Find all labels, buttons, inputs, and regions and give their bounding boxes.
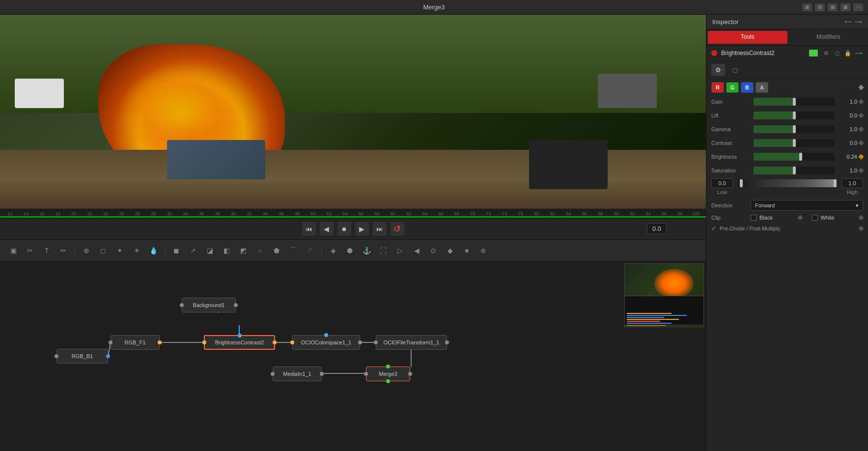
node-left-port[interactable] (202, 340, 206, 344)
more-options-icon[interactable]: ··· (853, 3, 863, 11)
inspector-settings-tab[interactable]: ⚙ (711, 64, 725, 76)
node-left-port[interactable] (55, 354, 58, 358)
node-right-port[interactable] (158, 340, 162, 344)
paint-tool[interactable]: ✦ (112, 243, 127, 258)
node-ocio-file-transform[interactable]: OCIOFileTransform1_1 (376, 335, 447, 350)
poly-tool[interactable]: ⬟ (269, 243, 284, 258)
grid-icon[interactable]: ⊞ (828, 3, 838, 11)
node-right-port[interactable] (273, 340, 277, 344)
range-slider[interactable] (738, 179, 837, 187)
node-right-port[interactable] (408, 372, 412, 376)
text-tool[interactable]: T (39, 243, 54, 258)
node-settings-icon[interactable]: ⚙ (822, 49, 831, 57)
particle-tool[interactable]: ⚓ (359, 243, 374, 258)
range-handle-right[interactable] (834, 179, 837, 187)
node-left-port[interactable] (109, 340, 112, 344)
node-left-port[interactable] (364, 372, 368, 376)
step-back-button[interactable]: ◀ (320, 222, 334, 236)
node-right-port[interactable] (358, 340, 362, 344)
param-gamma-slider[interactable] (754, 125, 835, 133)
tab-modifiers[interactable]: Modifiers (789, 29, 868, 45)
clip-white-checkbox[interactable] (812, 215, 818, 221)
curve-tool[interactable]: ⌒ (286, 243, 301, 258)
inspector-preview-tab[interactable]: ◻ (728, 64, 742, 76)
draw-tool[interactable]: ✏ (56, 243, 71, 258)
direction-select[interactable]: Forward ▾ (751, 200, 863, 211)
node-right-port[interactable] (445, 340, 449, 344)
range-high-value[interactable]: 1.0 (841, 178, 863, 188)
node-rgb-f1[interactable]: RGB_F1 (111, 335, 160, 350)
bspline-tool[interactable]: ◜ (303, 243, 317, 258)
shape-tool1[interactable]: ◪ (202, 243, 217, 258)
channel-a-button[interactable]: A (756, 82, 768, 93)
node-editor[interactable]: Background1 RGB_F1 BrightnessContrast2 (0, 261, 706, 451)
select-tool[interactable]: ▣ (6, 243, 21, 258)
inspector-more-icon[interactable]: ⟶ (854, 19, 862, 25)
channel-diamond[interactable] (858, 85, 864, 90)
node-left-port[interactable] (290, 340, 294, 344)
node-bottom-port[interactable] (386, 379, 390, 383)
param-gamma-keyframe[interactable] (858, 126, 864, 132)
layout1-icon[interactable]: ⊞ (802, 3, 812, 11)
circle-tool[interactable]: ○ (252, 243, 267, 258)
cut-tool[interactable]: ✂ (23, 243, 37, 258)
param-lift-slider[interactable] (754, 112, 835, 119)
node-color-swatch[interactable] (809, 50, 818, 56)
3d-tool[interactable]: ⛶ (376, 243, 391, 258)
node-expand-icon[interactable]: ⟶ (854, 49, 863, 57)
split-icon[interactable]: ⊠ (840, 3, 850, 11)
clip-black-checkbox[interactable] (751, 215, 756, 221)
color-tool[interactable]: 💧 (146, 243, 161, 258)
layout2-icon[interactable]: ⊟ (815, 3, 825, 11)
transform-tool[interactable]: ⊕ (79, 243, 94, 258)
grid-warp-tool[interactable]: ⬢ (342, 243, 357, 258)
go-start-button[interactable]: ⏮ (302, 222, 316, 236)
node-top-port[interactable] (324, 333, 328, 337)
rectangle-tool[interactable]: ◻ (96, 243, 111, 258)
arrow-tool[interactable]: ↗ (186, 243, 200, 258)
loop-button[interactable]: ↺ (391, 222, 404, 236)
node-mediain[interactable]: MediaIn1_1 (273, 366, 322, 381)
node-ocio-colorspace[interactable]: OCIOColorspace1_1 (292, 335, 360, 350)
shape-tool2[interactable]: ◧ (219, 243, 234, 258)
go-end-button[interactable]: ⏭ (373, 222, 387, 236)
range-low-value[interactable]: 0.0 (711, 178, 733, 188)
clip-white-diamond[interactable] (858, 215, 864, 220)
inspector-expand-icon[interactable]: ⟵ (844, 19, 852, 25)
node-lock-icon[interactable]: 🔒 (843, 49, 852, 57)
rewind-tool[interactable]: ◀ (409, 243, 424, 258)
mask-tool[interactable]: ◼ (169, 243, 184, 258)
node-right-port[interactable] (320, 372, 324, 376)
tab-tools[interactable]: Tools (708, 31, 787, 44)
channel-r-button[interactable]: R (711, 82, 724, 93)
node-right-port[interactable] (106, 354, 110, 358)
shape-tool3[interactable]: ◩ (236, 243, 251, 258)
range-handle-left[interactable] (740, 179, 743, 187)
target-tool[interactable]: ⊙ (426, 243, 441, 258)
node-right-port[interactable] (234, 303, 238, 307)
play-button[interactable]: ▶ (355, 222, 369, 236)
param-contrast-slider[interactable] (754, 139, 835, 147)
brightness-tool[interactable]: ☀ (129, 243, 144, 258)
channel-b-button[interactable]: B (741, 82, 754, 93)
node-top-port[interactable] (386, 365, 390, 368)
node-merge3[interactable]: Merge3 (366, 366, 410, 381)
play-tool[interactable]: ▷ (392, 243, 407, 258)
param-lift-keyframe[interactable] (858, 113, 864, 118)
param-brightness-slider[interactable] (754, 153, 835, 161)
node-background1[interactable]: Background1 (182, 298, 236, 312)
timeline-bar[interactable]: 12 14 16 18 20 22 24 26 28 30 32 34 36 3… (0, 209, 706, 218)
param-contrast-keyframe[interactable] (858, 140, 864, 145)
node-preview-icon[interactable]: ◻ (833, 49, 841, 57)
param-saturation-keyframe[interactable] (858, 168, 864, 173)
clip-black-diamond[interactable] (797, 215, 803, 220)
channel-g-button[interactable]: G (726, 82, 739, 93)
star-tool[interactable]: ★ (459, 243, 474, 258)
predivide-diamond[interactable] (858, 226, 864, 231)
node-left-port[interactable] (271, 372, 275, 376)
node-brightness-contrast2[interactable]: BrightnessContrast2 (204, 335, 275, 350)
param-brightness-keyframe[interactable] (858, 154, 864, 159)
node-left-port[interactable] (180, 303, 184, 307)
misc-tool[interactable]: ⊛ (476, 243, 491, 258)
stop-button[interactable]: ■ (337, 222, 351, 236)
